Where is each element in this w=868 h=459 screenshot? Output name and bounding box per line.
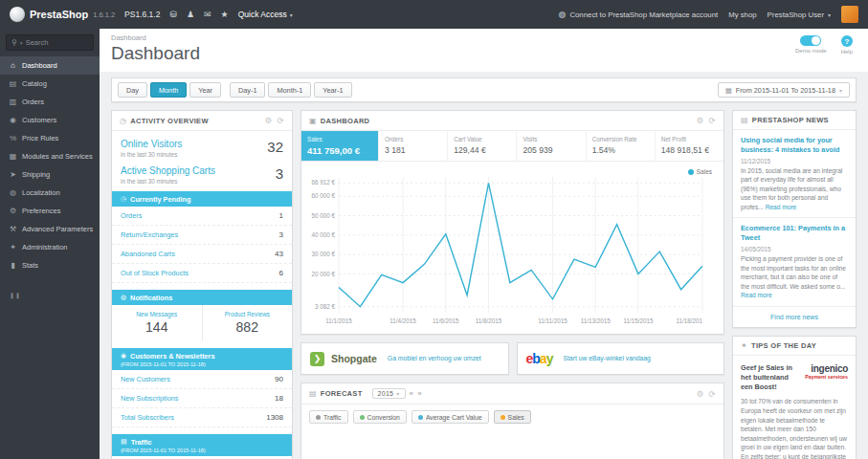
read-more-link[interactable]: Read more [766,204,797,210]
article-title-link[interactable]: Ecommerce 101: Payments in a Tweet [741,224,848,243]
sidebar-item-catalog[interactable]: ▤Catalog [0,75,100,93]
svg-text:11/11/2015: 11/11/2015 [538,317,568,324]
product-reviews[interactable]: Product Reviews 882 [202,305,293,341]
forecast-pill-traffic[interactable]: Traffic [309,410,348,424]
refresh-icon[interactable]: ⟳ [278,116,284,125]
new-customers-row[interactable]: New Customers90 [112,370,292,389]
month-1-button[interactable]: Month-1 [268,82,311,98]
read-more-link[interactable]: Read more [741,292,772,298]
sidebar-item-shipping[interactable]: ➤Shipping [0,165,100,184]
help-button[interactable]: ? Help [841,35,853,55]
pending-returns-row[interactable]: Return/Exchanges3 [112,226,292,245]
sidebar-item-label: Price Rules [22,134,58,142]
prestashop-admin: PrestaShop 1.6.1.2 PS1.6.1.2 ⛁ ♟ ✉ ★ Qui… [0,0,868,459]
sidebar-item-preferences[interactable]: ⚙Preferences [0,202,100,220]
shop-name-link[interactable]: PS1.6.1.2 [124,10,160,19]
refresh-icon[interactable]: ⟳ [709,389,716,399]
forecast-pill-sales[interactable]: Sales [494,410,531,424]
ebay-link[interactable]: Start uw eBay-winkel vandaag [563,355,650,363]
settings-icon[interactable]: ⚙ [697,116,704,125]
pending-orders-row[interactable]: Orders1 [112,207,292,226]
day-1-button[interactable]: Day-1 [230,82,265,98]
settings-icon[interactable]: ⚙ [265,116,273,125]
sidebar-item-modules[interactable]: ▦Modules and Services [0,147,100,165]
prestashop-news-panel: ▤ PrestaShop News Using social media for… [732,110,857,328]
active-carts-link[interactable]: Active Shopping Carts [121,165,215,176]
total-subscribers-row[interactable]: Total Subscribers1308 [112,408,292,427]
svg-text:66 912 €: 66 912 € [311,179,335,186]
prestashop-logo[interactable]: PrestaShop 1.6.1.2 [10,7,115,22]
trophy-icon[interactable]: ★ [221,10,229,19]
toggle-switch[interactable] [800,35,821,46]
tips-headline: Geef je Sales in het buitenland een Boos… [741,363,796,393]
previous-icon[interactable]: « [410,389,414,398]
settings-icon[interactable]: ⚙ [697,389,704,399]
day-button[interactable]: Day [118,82,147,98]
month-button[interactable]: Month [150,82,187,98]
svg-text:40 000 €: 40 000 € [311,231,335,238]
year-button[interactable]: Year [189,82,221,98]
online-visitors-value: 32 [267,139,283,155]
sidebar-item-administration[interactable]: ✦Administration [0,238,100,256]
forecast-year-select[interactable]: 2015 ▾ [372,388,406,399]
row-value: 6 [279,269,283,277]
my-shop-link[interactable]: My shop [728,11,756,19]
year-1-button[interactable]: Year-1 [314,82,351,98]
ingenico-logo[interactable]: ingenico Payment services [805,363,848,393]
sidebar-search[interactable]: ⚲ ▾ [6,34,94,51]
kpi-cart-value[interactable]: Cart Value129,44 € [448,131,517,161]
sidebar-item-customers[interactable]: ◉Customers [0,111,100,129]
search-input[interactable] [26,38,76,47]
shopgate-banner[interactable]: ❯ Shopgate Ga mobiel en verhoog uw omzet [300,342,509,375]
article-title-link[interactable]: Using social media for your business: 4 … [741,136,848,155]
kpi-label: Conversion Rate [592,136,649,142]
abandoned-carts-row[interactable]: Abandoned Carts43 [112,245,292,264]
sidebar-item-orders[interactable]: ▥Orders [0,93,100,111]
forecast-pill-average-cart-value[interactable]: Average Cart Value [412,410,489,424]
sidebar-item-dashboard[interactable]: ⌂Dashboard [0,56,100,75]
date-range-picker[interactable]: ▦ From 2015-11-01 To 2015-11-18 ▾ [718,82,850,98]
chevron-down-icon: ▾ [20,40,23,46]
article-date: 14/05/2015 [741,246,848,252]
kpi-visits[interactable]: Visits205 939 [517,131,586,161]
sidebar-nav: ⌂Dashboard ▤Catalog ▥Orders ◉Customers %… [0,56,100,274]
kpi-label: Net Profit [661,136,718,142]
sidebar-item-advanced-parameters[interactable]: ⚒Advanced Parameters [0,220,100,238]
row-value: 1308 [266,413,283,422]
find-more-news-link[interactable]: Find more news [733,307,856,327]
out-of-stock-row[interactable]: Out of Stock Products6 [112,264,292,283]
forecast-pill-conversion[interactable]: Conversion [353,410,407,424]
kpi-orders[interactable]: Orders3 181 [379,131,448,161]
next-icon[interactable]: » [417,389,422,398]
quick-access-menu[interactable]: Quick Access ▾ [238,10,293,19]
customers-newsletters-header: ◉ Customers & Newsletters (FROM 2015-11-… [112,348,292,370]
section-title: Currently Pending [130,195,190,204]
kpi-net-profit[interactable]: Net Profit148 918,51 € [656,131,723,161]
refresh-icon[interactable]: ⟳ [709,116,716,125]
svg-text:60 000 €: 60 000 € [311,192,335,199]
row-label: New Customers [121,375,170,383]
sidebar-item-label: Administration [22,243,68,251]
demo-mode-toggle[interactable]: Demo mode [795,35,827,55]
cart-icon[interactable]: ⛁ [169,10,177,19]
avatar[interactable] [841,6,858,23]
person-icon[interactable]: ♟ [187,10,194,19]
ebay-banner[interactable]: ebay Start uw eBay-winkel vandaag [517,342,725,375]
row-value: 3 [279,230,283,239]
new-subscriptions-row[interactable]: New Subscriptions18 [112,389,292,408]
kpi-conversion-rate[interactable]: Conversion Rate1.54% [587,131,656,161]
kpi-sales[interactable]: Sales411 759,00 € [301,131,379,161]
collapse-menu-button[interactable]: ❚❚ [0,288,100,302]
chevron-down-icon: ▾ [828,11,831,18]
kpi-value: 1.54% [592,145,649,155]
sidebar-item-localization[interactable]: ◍Localization [0,184,100,202]
new-messages[interactable]: New Messages 144 [112,305,202,341]
traffic-dot-icon [316,415,321,420]
sidebar-item-stats[interactable]: ▮Stats [0,256,100,274]
sidebar-item-price-rules[interactable]: %Price Rules [0,129,100,147]
envelope-icon[interactable]: ✉ [204,10,211,19]
user-menu[interactable]: PrestaShop User ▾ [768,11,831,19]
marketplace-link[interactable]: ◍ Connect to PrestaShop Marketplace acco… [559,10,719,19]
online-visitors-link[interactable]: Online Visitors [121,139,182,149]
shopgate-link[interactable]: Ga mobiel en verhoog uw omzet [388,355,481,363]
